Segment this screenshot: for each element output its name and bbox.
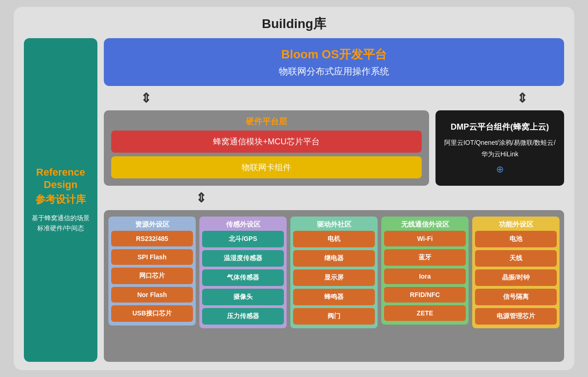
list-item: 信号隔离 (475, 289, 557, 305)
list-item: 网口芯片 (111, 268, 193, 284)
list-item: USB接口芯片 (111, 305, 193, 322)
hw-title: 硬件平台层 (111, 116, 422, 127)
list-item: SPI Flash (111, 249, 193, 265)
middle-row: 硬件平台层 蜂窝通信模块+MCU芯片平台 物联网卡组件 DMP云平台组件(蜂窝上… (104, 110, 564, 186)
peripherals-section: 资源外设区 RS232/485 SPI Flash 网口芯片 Nor Flash… (104, 210, 564, 362)
os-title: Bloom OS开发平台 (113, 46, 555, 63)
dmp-desc: 阿里云IOT/Qnenet/涂鸦/易微联/数蛙云/华为云HiLink (444, 137, 556, 160)
sidebar-desc: 基于蜂窝通信的场景标准硬件/中间态 (29, 213, 92, 234)
col-wireless-title: 无线通信外设区 (384, 220, 466, 229)
hw-comm-module: 蜂窝通信模块+MCU芯片平台 (111, 131, 422, 153)
list-item: 电机 (293, 231, 375, 247)
list-item: 晶振/时钟 (475, 269, 557, 286)
arrow-row-2: ⇕ (104, 190, 564, 206)
sidebar-title-cn: 参考设计库 (35, 193, 86, 206)
list-item: RS232/485 (111, 231, 193, 246)
list-item: 电池 (475, 231, 557, 247)
col-functions-title: 功能外设区 (475, 220, 557, 229)
hw-iot-card: 物联网卡组件 (111, 156, 422, 178)
col-drivers-title: 驱动外社区 (293, 220, 375, 229)
col-drivers-bg: 驱动外社区 电机 继电器 显示屏 蜂鸣器 阀门 (290, 217, 378, 328)
list-item: Nor Flash (111, 287, 193, 303)
list-item: 气体传感器 (202, 269, 284, 286)
list-item: 压力传感器 (202, 308, 284, 325)
col-sensors-bg: 传感外设区 北斗/GPS 温湿度传感器 气体传感器 摄像头 压力传感器 (199, 217, 287, 328)
list-item: 摄像头 (202, 289, 284, 305)
col-wireless-bg: 无线通信外设区 Wi-Fi 蓝牙 Iora RFID/NFC ZETE (381, 217, 469, 325)
col-sensors-title: 传感外设区 (202, 220, 284, 229)
list-item: 阀门 (293, 308, 375, 325)
col-sensors: 传感外设区 北斗/GPS 温湿度传感器 气体传感器 摄像头 压力传感器 (199, 217, 287, 328)
hardware-platform: 硬件平台层 蜂窝通信模块+MCU芯片平台 物联网卡组件 (104, 110, 429, 186)
os-subtitle: 物联网分布式应用操作系统 (113, 65, 555, 78)
col-drivers: 驱动外社区 电机 继电器 显示屏 蜂鸣器 阀门 (290, 217, 378, 328)
list-item: 蓝牙 (384, 249, 466, 266)
peripherals-grid: 资源外设区 RS232/485 SPI Flash 网口芯片 Nor Flash… (108, 217, 560, 328)
list-item: ZETE (384, 305, 466, 321)
arrow-down-right: ⇕ (517, 91, 527, 106)
list-item: 温湿度传感器 (202, 250, 284, 267)
list-item: 蜂鸣器 (293, 289, 375, 305)
list-item: RFID/NFC (384, 287, 466, 303)
list-item: 北斗/GPS (202, 231, 284, 247)
arrow-row-1: ⇕ ⇕ (104, 91, 564, 106)
sidebar-title-en: Reference Design (36, 166, 85, 191)
dmp-title: DMP云平台组件(蜂窝上云) (451, 121, 549, 132)
content-row: Reference Design 参考设计库 基于蜂窝通信的场景标准硬件/中间态… (24, 38, 564, 362)
dmp-plus: ⊕ (496, 164, 504, 175)
list-item: 电源管理芯片 (475, 308, 557, 325)
sidebar: Reference Design 参考设计库 基于蜂窝通信的场景标准硬件/中间态 (24, 38, 97, 362)
arrow-down-left: ⇕ (141, 91, 151, 106)
col-functions: 功能外设区 电池 天线 晶振/时钟 信号隔离 电源管理芯片 (472, 217, 560, 328)
list-item: 继电器 (293, 250, 375, 267)
main-area: Bloom OS开发平台 物联网分布式应用操作系统 ⇕ ⇕ 硬件平台层 蜂窝通信… (104, 38, 564, 362)
os-platform: Bloom OS开发平台 物联网分布式应用操作系统 (104, 38, 564, 86)
list-item: 天线 (475, 250, 557, 267)
arrow-down-center: ⇕ (196, 190, 206, 206)
col-resources-title: 资源外设区 (111, 220, 193, 229)
col-resources: 资源外设区 RS232/485 SPI Flash 网口芯片 Nor Flash… (108, 217, 196, 328)
list-item: Wi-Fi (384, 231, 466, 246)
col-resources-bg: 资源外设区 RS232/485 SPI Flash 网口芯片 Nor Flash… (108, 217, 196, 326)
col-functions-bg: 功能外设区 电池 天线 晶振/时钟 信号隔离 电源管理芯片 (472, 217, 560, 328)
dmp-cloud: DMP云平台组件(蜂窝上云) 阿里云IOT/Qnenet/涂鸦/易微联/数蛙云/… (435, 110, 564, 186)
main-title: Building库 (24, 15, 564, 33)
outer-container: Building库 Reference Design 参考设计库 基于蜂窝通信的… (14, 7, 574, 370)
list-item: 显示屏 (293, 269, 375, 286)
col-wireless: 无线通信外设区 Wi-Fi 蓝牙 Iora RFID/NFC ZETE (381, 217, 469, 328)
list-item: Iora (384, 268, 466, 284)
